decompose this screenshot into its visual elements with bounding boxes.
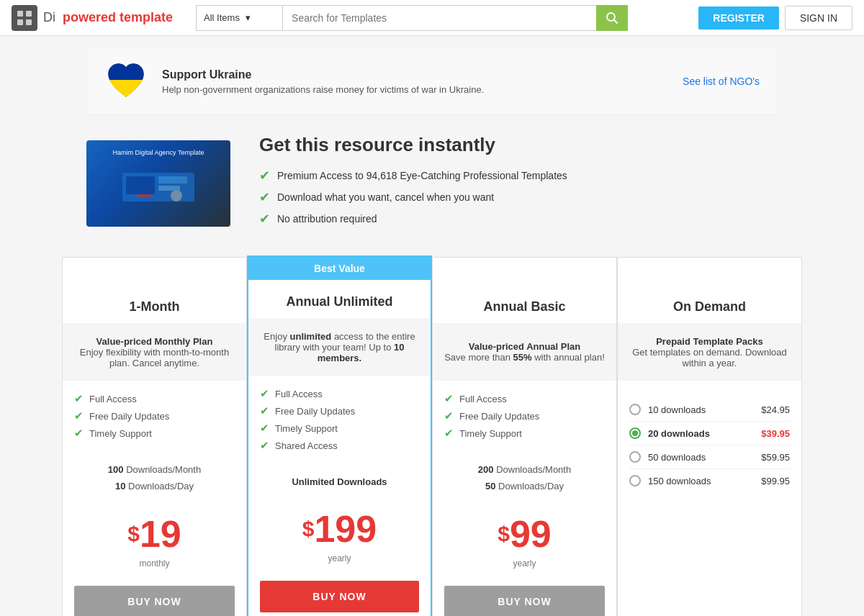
search-button[interactable]	[596, 5, 628, 31]
register-button[interactable]: REGISTER	[698, 6, 779, 30]
check-icon: ✔	[444, 392, 454, 405]
price-currency-unlimited: $	[302, 517, 315, 540]
feature-item-2: ✔ Download what you want, cancel when yo…	[259, 189, 567, 205]
feature-updates: ✔ Free Daily Updates	[74, 409, 235, 422]
svg-rect-9	[158, 176, 187, 184]
feature-item-3: ✔ No attribution required	[259, 211, 567, 227]
ukraine-description: Help non-government organizations raise …	[162, 84, 484, 95]
check-icon: ✔	[74, 409, 84, 422]
search-input[interactable]	[282, 5, 596, 31]
svg-rect-8	[126, 176, 155, 194]
ukraine-text: Support Ukraine Help non-government orga…	[162, 68, 484, 95]
buy-button-monthly[interactable]: BUY NOW	[74, 586, 235, 616]
feature-text-2: Download what you want, cancel when you …	[277, 191, 494, 203]
signin-button[interactable]: SIGN IN	[785, 6, 852, 30]
plan-features-monthly: ✔ Full Access ✔ Free Daily Updates ✔ Tim…	[63, 392, 246, 444]
plan-monthly: 1-Month Value-priced Monthly Plan Enjoy …	[62, 257, 247, 616]
check-icon-2: ✔	[259, 189, 270, 205]
radio-150[interactable]	[629, 475, 641, 486]
check-icon: ✔	[260, 387, 269, 400]
logo-text: Di powered template	[43, 10, 173, 25]
feature-updates: ✔ Free Daily Updates	[260, 404, 419, 417]
search-icon	[606, 12, 618, 24]
ukraine-title: Support Ukraine	[162, 68, 484, 81]
ukraine-banner: Support Ukraine Help non-government orga…	[86, 47, 778, 115]
ondemand-label-50: 50 downloads	[648, 452, 754, 463]
plan-price-unlimited: $199	[248, 496, 431, 553]
plan-annual-basic: Annual Basic Value-priced Annual Plan Sa…	[432, 257, 617, 616]
buy-button-unlimited[interactable]: BUY NOW	[260, 581, 419, 612]
price-amount-monthly: 19	[140, 513, 181, 555]
check-icon-3: ✔	[259, 211, 270, 227]
plan-annual-unlimited: Best Value Annual Unlimited Enjoy unlimi…	[247, 255, 432, 616]
price-amount-basic: 99	[510, 513, 552, 555]
dropdown-label: All Items	[204, 12, 240, 23]
header-actions: REGISTER SIGN IN	[698, 6, 852, 30]
ondemand-option-150[interactable]: 150 downloads $99.95	[629, 469, 790, 492]
check-icon: ✔	[74, 392, 84, 405]
feature-full-access: ✔ Full Access	[444, 392, 605, 405]
svg-rect-1	[26, 11, 32, 17]
check-icon: ✔	[444, 427, 454, 440]
plan-features-basic: ✔ Full Access ✔ Free Daily Updates ✔ Tim…	[433, 392, 616, 444]
feature-item-1: ✔ Premium Access to 94,618 Eye-Catching …	[259, 168, 567, 184]
feature-full-access: ✔ Full Access	[74, 392, 235, 405]
pricing-section: 1-Month Value-priced Monthly Plan Enjoy …	[50, 257, 814, 616]
check-icon: ✔	[444, 409, 454, 422]
price-currency-basic: $	[498, 522, 510, 545]
radio-50[interactable]	[629, 451, 641, 463]
resource-preview: Hamim Digital Agency Template	[86, 140, 230, 227]
ukraine-link[interactable]: See list of NGO's	[683, 76, 760, 87]
svg-rect-11	[137, 194, 151, 198]
check-icon: ✔	[74, 427, 84, 440]
check-icon-1: ✔	[259, 168, 270, 184]
site-header: Di powered template All Items ▾ REGISTER…	[0, 0, 864, 36]
radio-10[interactable]	[629, 404, 641, 415]
logo-icon	[12, 5, 37, 31]
resource-info: Get this resource instantly ✔ Premium Ac…	[259, 134, 567, 232]
price-currency-monthly: $	[127, 522, 140, 545]
feature-support: ✔ Timely Support	[444, 427, 605, 440]
plan-title-ondemand: On Demand	[618, 285, 801, 323]
svg-rect-10	[158, 186, 180, 191]
svg-rect-0	[17, 11, 23, 17]
plan-features-unlimited: ✔ Full Access ✔ Free Daily Updates ✔ Tim…	[248, 387, 431, 456]
radio-20[interactable]	[629, 427, 641, 439]
logo[interactable]: Di powered template	[12, 5, 173, 31]
plan-title-monthly: 1-Month	[63, 285, 246, 323]
ondemand-option-50[interactable]: 50 downloads $59.95	[629, 445, 790, 469]
feature-support: ✔ Timely Support	[74, 427, 235, 440]
price-period-monthly: monthly	[63, 558, 246, 569]
best-value-badge: Best Value	[248, 257, 431, 280]
ondemand-label-10: 10 downloads	[648, 404, 754, 415]
plan-title-unlimited: Annual Unlimited	[248, 280, 431, 318]
ondemand-price-50: $59.95	[761, 452, 790, 463]
price-period-basic: yearly	[433, 558, 616, 569]
plan-desc-monthly: Value-priced Monthly Plan Enjoy flexibil…	[63, 323, 246, 381]
resource-section: Hamim Digital Agency Template Get this r…	[86, 127, 778, 240]
feature-full-access: ✔ Full Access	[260, 387, 419, 400]
plan-price-monthly: $19	[63, 501, 246, 558]
category-dropdown[interactable]: All Items ▾	[196, 5, 282, 31]
check-icon: ✔	[260, 439, 269, 452]
feature-text-3: No attribution required	[277, 213, 377, 225]
plan-downloads-unlimited: Unlimited Downloads	[248, 468, 431, 496]
feature-support: ✔ Timely Support	[260, 422, 419, 435]
ondemand-option-10[interactable]: 10 downloads $24.95	[629, 398, 790, 422]
ondemand-price-10: $24.95	[761, 404, 790, 415]
ondemand-price-150: $99.95	[761, 476, 790, 486]
resource-heading: Get this resource instantly	[259, 134, 567, 156]
check-icon: ✔	[260, 422, 269, 435]
svg-point-12	[171, 190, 182, 201]
ukraine-heart-icon	[104, 60, 148, 103]
ondemand-option-20[interactable]: 20 downloads $39.95	[629, 422, 790, 445]
plan-downloads-basic: 200 Downloads/Month 50 Downloads/Day	[433, 456, 616, 501]
svg-line-5	[614, 19, 618, 23]
plan-price-basic: $99	[433, 501, 616, 558]
ondemand-label-150: 150 downloads	[648, 476, 754, 486]
buy-button-basic[interactable]: BUY NOW	[444, 586, 605, 616]
ondemand-options: 10 downloads $24.95 20 downloads $39.95 …	[618, 392, 801, 615]
plan-title-basic: Annual Basic	[433, 285, 616, 323]
plan-on-demand: On Demand Prepaid Template Packs Get tem…	[617, 257, 802, 616]
svg-rect-6	[108, 80, 144, 97]
